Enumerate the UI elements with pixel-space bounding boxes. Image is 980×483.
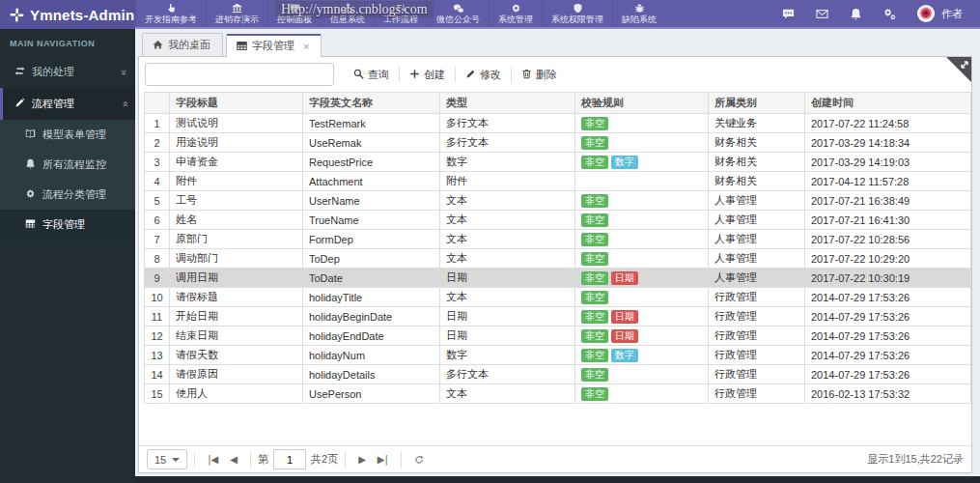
header-actions: 作者 bbox=[782, 0, 980, 27]
cell-created-time: 2017-07-22 10:30:19 bbox=[805, 269, 971, 288]
nav-item[interactable]: 缺陷系统 bbox=[612, 0, 665, 27]
table-row[interactable]: 6姓名TrueName文本非空人事管理2017-07-21 16:41:30 bbox=[145, 211, 971, 230]
trash-icon bbox=[521, 69, 532, 81]
table-row[interactable]: 8调动部门ToDep文本非空人事管理2017-07-22 10:29:20 bbox=[145, 249, 971, 269]
divider bbox=[401, 452, 402, 468]
table-row[interactable]: 9调用日期ToDate日期非空日期人事管理2017-07-22 10:30:19 bbox=[145, 269, 971, 288]
cell-created-time: 2014-07-29 17:53:26 bbox=[805, 327, 971, 346]
bell-icon[interactable] bbox=[850, 8, 862, 20]
nav-item[interactable]: 系统管理 bbox=[489, 0, 542, 27]
cell-created-time: 2017-07-22 10:28:56 bbox=[805, 230, 971, 249]
cell-field-type: 多行文本 bbox=[440, 365, 575, 384]
tab-close-icon[interactable]: × bbox=[303, 41, 309, 52]
cell-field-english-name: holidayBeginDate bbox=[303, 307, 440, 327]
hand-pointer-icon bbox=[166, 3, 177, 14]
cell-field-english-name: UseRemak bbox=[303, 133, 440, 153]
sidebar-subitem-label: 所有流程监控 bbox=[42, 157, 106, 172]
table-row[interactable]: 12结束日期holidayEndDate日期非空日期行政管理2014-07-29… bbox=[145, 327, 971, 346]
cell-field-english-name: ToDate bbox=[303, 269, 440, 288]
cell-category: 行政管理 bbox=[709, 288, 805, 307]
table-row[interactable]: 2用途说明UseRemak多行文本非空财务相关2017-03-29 14:18:… bbox=[145, 133, 971, 153]
tab-my-desktop[interactable]: 我的桌面 bbox=[142, 33, 223, 56]
cell-field-type: 文本 bbox=[440, 191, 575, 211]
app-logo[interactable]: Ymnets-Admin bbox=[0, 0, 135, 29]
cell-field-english-name: ToDep bbox=[303, 249, 440, 269]
nav-item[interactable]: 信息系统 bbox=[321, 0, 374, 27]
table-row[interactable]: 5工号UserName文本非空人事管理2017-07-21 16:38:49 bbox=[145, 191, 971, 211]
page-number-input[interactable] bbox=[273, 449, 306, 469]
cell-field-title: 用途说明 bbox=[170, 133, 303, 153]
table-row[interactable]: 1测试说明TestRemark多行文本非空关键业务2017-07-22 11:2… bbox=[145, 114, 971, 133]
toolbar-button-创建[interactable]: 创建 bbox=[400, 64, 455, 86]
nav-item[interactable]: 系统权限管理 bbox=[542, 0, 612, 27]
book-icon bbox=[25, 128, 36, 141]
next-page-button[interactable]: ▶ bbox=[352, 451, 372, 468]
sidebar-subitem[interactable]: 模型表单管理 bbox=[0, 120, 135, 150]
nav-item-label: 控制面板 bbox=[277, 14, 312, 24]
sitemap-icon bbox=[343, 3, 353, 14]
cell-row-number: 8 bbox=[145, 249, 170, 269]
last-page-button[interactable]: ▶| bbox=[372, 451, 394, 468]
sidebar-subitem[interactable]: 字段管理 bbox=[0, 210, 135, 240]
cell-field-english-name: Attachment bbox=[303, 172, 440, 191]
nav-item-label: 系统权限管理 bbox=[551, 14, 603, 24]
cogs-icon[interactable] bbox=[883, 8, 896, 20]
comment-icon[interactable] bbox=[782, 8, 795, 20]
cell-field-type: 文本 bbox=[440, 249, 575, 269]
cell-validation-rules: 非空 bbox=[575, 114, 709, 133]
rule-badge: 非空 bbox=[581, 194, 608, 208]
nav-item[interactable]: 微信公众号 bbox=[427, 0, 489, 27]
envelope-icon[interactable] bbox=[816, 8, 828, 20]
table-row[interactable]: 13请假天数holidayNum数字非空数字行政管理2014-07-29 17:… bbox=[145, 346, 971, 365]
toolbar-button-修改[interactable]: 修改 bbox=[456, 64, 511, 86]
sidebar-subitem[interactable]: 流程分类管理 bbox=[0, 180, 135, 210]
sidebar-subitem[interactable]: 所有流程监控 bbox=[0, 150, 135, 180]
nav-item[interactable]: 开发指南参考 bbox=[135, 0, 206, 27]
column-header: 创建时间 bbox=[805, 93, 971, 114]
rule-badge: 非空 bbox=[581, 136, 608, 150]
nav-item[interactable]: 工作流程 bbox=[374, 0, 427, 27]
cell-row-number: 14 bbox=[145, 365, 170, 384]
cell-category: 行政管理 bbox=[709, 365, 805, 384]
nav-item-label: 工作流程 bbox=[383, 14, 418, 24]
fullscreen-toggle[interactable] bbox=[946, 57, 971, 82]
toolbar-button-查询[interactable]: 查询 bbox=[344, 64, 399, 86]
cell-category: 人事管理 bbox=[709, 230, 805, 249]
user-menu[interactable]: 作者 bbox=[917, 5, 963, 22]
page-size-select[interactable]: 15 bbox=[147, 449, 187, 469]
sidebar-item[interactable]: 流程管理» bbox=[0, 88, 135, 120]
main-header: Ymnets-Admin 开发指南参考进销存演示控制面板信息系统工作流程微信公众… bbox=[0, 0, 980, 29]
table-row[interactable]: 14请假原因holidayDetails多行文本非空行政管理2014-07-29… bbox=[145, 365, 971, 384]
table-row[interactable]: 3申请资金RequestPrice数字非空数字财务相关2017-03-29 14… bbox=[145, 153, 971, 172]
rule-badge: 日期 bbox=[611, 329, 638, 343]
cell-field-title: 开始日期 bbox=[170, 307, 303, 327]
table-row[interactable]: 15使用人UsePerson文本非空行政管理2016-02-13 17:53:3… bbox=[145, 384, 971, 404]
cell-created-time: 2017-07-21 16:41:30 bbox=[805, 211, 971, 230]
page-prefix-label: 第 bbox=[258, 452, 268, 467]
cell-created-time: 2017-07-22 11:24:58 bbox=[805, 114, 971, 133]
toolbar-button-删除[interactable]: 删除 bbox=[512, 64, 567, 86]
nav-item-label: 信息系统 bbox=[330, 14, 365, 24]
table-row[interactable]: 4附件Attachment附件财务相关2017-04-12 11:57:28 bbox=[145, 172, 971, 191]
first-page-button[interactable]: |◀ bbox=[202, 451, 224, 468]
main-panel: 查询 创建 修改 删除 字段标题字段英文名称类型校验规则所属类别创建时间 1测试… bbox=[138, 56, 972, 473]
refresh-button[interactable] bbox=[408, 452, 430, 468]
table-row[interactable]: 7原部门FormDep文本非空人事管理2017-07-22 10:28:56 bbox=[145, 230, 971, 249]
prev-page-button[interactable]: ◀ bbox=[224, 451, 243, 468]
search-input[interactable] bbox=[145, 63, 334, 86]
nav-item-label: 缺陷系统 bbox=[622, 14, 657, 24]
tab-field-management[interactable]: 字段管理 × bbox=[226, 34, 322, 57]
cell-row-number: 7 bbox=[145, 230, 170, 249]
cell-validation-rules: 非空日期 bbox=[575, 269, 709, 288]
cell-validation-rules: 非空数字 bbox=[575, 153, 709, 172]
cell-field-english-name: RequestPrice bbox=[303, 153, 440, 172]
nav-item[interactable]: 进销存演示 bbox=[206, 0, 267, 27]
table-row[interactable]: 10请假标题holidayTitle文本非空行政管理2014-07-29 17:… bbox=[145, 288, 971, 307]
cell-category: 关键业务 bbox=[709, 114, 805, 133]
cell-validation-rules: 非空 bbox=[575, 191, 709, 211]
nav-item[interactable]: 控制面板 bbox=[267, 0, 321, 27]
cell-validation-rules: 非空 bbox=[575, 365, 709, 384]
nav-item-label: 进销存演示 bbox=[215, 14, 259, 24]
table-row[interactable]: 11开始日期holidayBeginDate日期非空日期行政管理2014-07-… bbox=[145, 307, 971, 327]
sidebar-item[interactable]: 我的处理» bbox=[0, 56, 135, 88]
